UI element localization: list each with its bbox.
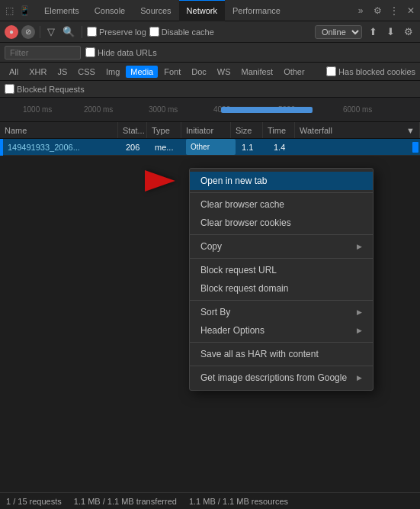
menu-item-sort-by[interactable]: Sort By xyxy=(190,303,373,321)
menu-separator-2 xyxy=(190,234,373,235)
td-time: 1.4 xyxy=(269,139,301,155)
has-blocked-cookies-label: Has blocked cookies xyxy=(338,67,415,76)
menu-item-clear-cache[interactable]: Clear browser cache xyxy=(190,195,373,214)
menu-item-image-descriptions[interactable]: Get image descriptions from Google xyxy=(190,369,373,387)
more-tabs-icon[interactable]: » xyxy=(354,5,367,17)
menu-item-image-descriptions-label: Get image descriptions from Google xyxy=(200,372,347,383)
preserve-log-label: Preserve log xyxy=(99,27,146,37)
menu-separator-5 xyxy=(190,342,373,343)
type-all[interactable]: All xyxy=(5,66,23,78)
hide-data-urls-label: Hide data URLs xyxy=(98,48,157,57)
type-bar-right: Has blocked cookies xyxy=(326,66,415,76)
row-status-value: 206 xyxy=(126,143,139,152)
more-options-icon[interactable]: ⋮ xyxy=(388,5,400,17)
tab-bar: ⬚ 📱 Elements Console Sources Network Per… xyxy=(0,0,420,21)
preserve-log-checkbox[interactable]: Preserve log xyxy=(87,27,146,37)
hide-data-urls-checkbox[interactable]: Hide data URLs xyxy=(85,47,157,57)
status-resources: 1.1 MB / 1.1 MB resources xyxy=(189,497,288,506)
toolbar-right: Online ⬆ ⬇ ⚙ xyxy=(315,24,415,39)
type-img[interactable]: Img xyxy=(101,66,124,78)
context-menu: Open in new tab Clear browser cache Clea… xyxy=(189,168,374,391)
td-waterfall xyxy=(301,139,420,155)
menu-item-block-domain[interactable]: Block request domain xyxy=(190,279,373,298)
disable-cache-input[interactable] xyxy=(149,27,159,37)
tab-elements[interactable]: Elements xyxy=(37,0,87,21)
device-icon[interactable]: 📱 xyxy=(18,5,30,17)
blocked-requests-checkbox[interactable] xyxy=(5,84,14,94)
th-name[interactable]: Name xyxy=(0,122,118,138)
tab-performance[interactable]: Performance xyxy=(225,0,288,21)
network-throttle-select[interactable]: Online xyxy=(315,25,362,39)
menu-item-save-har[interactable]: Save all as HAR with content xyxy=(190,345,373,363)
menu-item-copy[interactable]: Copy xyxy=(190,237,373,256)
td-type: me... xyxy=(150,139,184,155)
type-font[interactable]: Font xyxy=(159,66,185,78)
menu-item-save-har-label: Save all as HAR with content xyxy=(200,349,319,359)
toolbar-divider-1 xyxy=(40,26,40,38)
menu-item-block-url[interactable]: Block request URL xyxy=(190,261,373,279)
type-media[interactable]: Media xyxy=(126,66,158,78)
record-button[interactable]: ● xyxy=(5,25,18,39)
tab-sources[interactable]: Sources xyxy=(133,0,178,21)
menu-separator-6 xyxy=(190,366,373,366)
type-js[interactable]: JS xyxy=(53,66,72,78)
menu-separator-1 xyxy=(190,192,373,193)
th-waterfall[interactable]: Waterfall ▼ xyxy=(295,122,420,138)
filter-input[interactable] xyxy=(5,46,81,60)
filter-icon[interactable]: ▽ xyxy=(45,24,57,39)
type-xhr[interactable]: XHR xyxy=(24,66,51,78)
menu-item-clear-cookies[interactable]: Clear browser cookies xyxy=(190,214,373,232)
table-header: Name Stat... Type Initiator Size Time Wa… xyxy=(0,122,420,139)
type-other[interactable]: Other xyxy=(279,66,309,78)
clear-button[interactable]: ⊘ xyxy=(21,25,35,39)
type-doc[interactable]: Doc xyxy=(187,66,211,78)
filter-bar: Hide data URLs xyxy=(0,43,420,63)
th-type[interactable]: Type xyxy=(147,122,181,138)
type-css[interactable]: CSS xyxy=(73,66,100,78)
hide-data-urls-input[interactable] xyxy=(85,47,95,57)
search-icon[interactable]: 🔍 xyxy=(60,24,77,39)
table-row[interactable]: 149491933_2006... 206 me... Other 1.1 1.… xyxy=(0,139,420,156)
menu-item-block-domain-label: Block request domain xyxy=(200,283,288,294)
menu-item-open-new-tab[interactable]: Open in new tab xyxy=(190,172,373,190)
td-initiator: Other xyxy=(186,139,236,155)
menu-separator-4 xyxy=(190,300,373,301)
menu-item-copy-label: Copy xyxy=(200,241,222,252)
inspect-icon[interactable]: ⬚ xyxy=(3,5,15,17)
type-ws[interactable]: WS xyxy=(213,66,236,78)
tab-network[interactable]: Network xyxy=(179,0,225,21)
status-transferred: 1.1 MB / 1.1 MB transferred xyxy=(74,497,177,506)
type-filter-bar: All XHR JS CSS Img Media Font Doc WS Man… xyxy=(0,63,420,81)
th-status[interactable]: Stat... xyxy=(118,122,147,138)
export-icon[interactable]: ⬇ xyxy=(384,24,397,39)
menu-item-header-options[interactable]: Header Options xyxy=(190,321,373,340)
import-icon[interactable]: ⬆ xyxy=(367,24,380,39)
devtools-icons: ⬚ 📱 xyxy=(3,5,30,17)
tab-console[interactable]: Console xyxy=(87,0,133,21)
disable-cache-checkbox[interactable]: Disable cache xyxy=(149,27,214,37)
has-blocked-cookies-input[interactable] xyxy=(326,66,336,76)
row-size-value: 1.1 xyxy=(242,143,253,152)
waterfall-label: Waterfall xyxy=(300,126,332,135)
row-type-value: me... xyxy=(155,143,173,152)
td-name: 149491933_2006... xyxy=(3,139,121,155)
has-blocked-cookies-checkbox[interactable]: Has blocked cookies xyxy=(326,66,415,76)
timeline-label-2000: 2000 ms xyxy=(84,105,113,114)
sort-desc-icon: ▼ xyxy=(406,126,415,135)
preserve-log-input[interactable] xyxy=(87,27,97,37)
menu-item-clear-cookies-label: Clear browser cookies xyxy=(200,217,291,228)
blocked-requests-label: Blocked Requests xyxy=(17,85,85,94)
network-toolbar: ● ⊘ ▽ 🔍 Preserve log Disable cache Onlin… xyxy=(0,21,420,43)
row-name-value: 149491933_2006... xyxy=(8,143,80,152)
timeline-label-3000: 3000 ms xyxy=(149,105,178,114)
timeline-label-6000: 6000 ms xyxy=(343,105,372,114)
th-initiator[interactable]: Initiator xyxy=(181,122,231,138)
toolbar-divider-2 xyxy=(82,26,82,38)
settings-icon[interactable]: ⚙ xyxy=(371,5,383,17)
blocked-requests-bar: Blocked Requests xyxy=(0,81,420,98)
close-icon[interactable]: ✕ xyxy=(405,5,417,17)
th-time[interactable]: Time xyxy=(263,122,295,138)
network-settings-icon[interactable]: ⚙ xyxy=(402,24,415,39)
type-manifest[interactable]: Manifest xyxy=(237,66,278,78)
th-size[interactable]: Size xyxy=(231,122,263,138)
